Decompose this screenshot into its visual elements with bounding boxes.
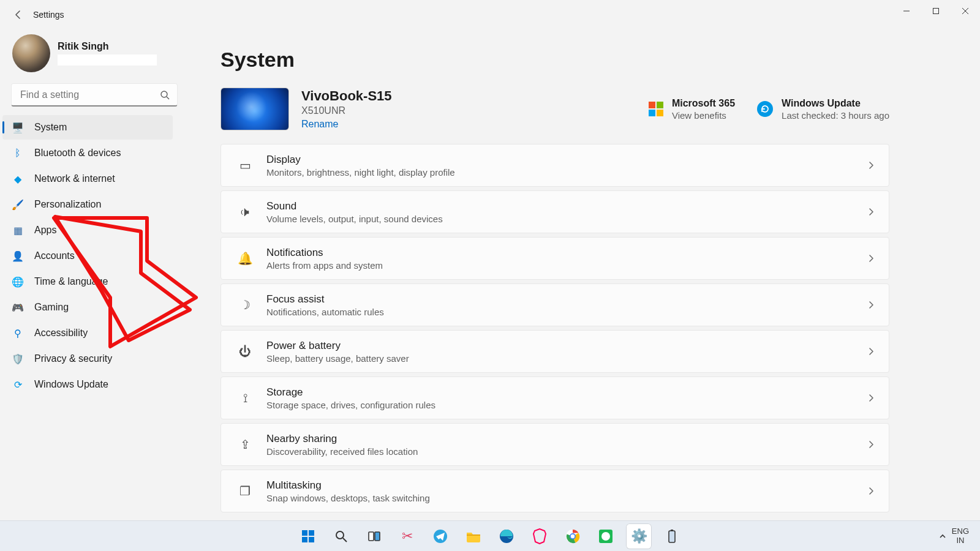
language-indicator[interactable]: ENG IN [952, 527, 969, 545]
sidebar-item-accounts[interactable]: 👤Accounts [2, 244, 173, 268]
multitask-icon: ❐ [235, 484, 255, 498]
chevron-right-icon [867, 254, 875, 263]
m365-title: Microsoft 365 [672, 98, 735, 109]
card-title: Sound [266, 200, 443, 212]
svg-point-17 [571, 534, 575, 538]
battery-app-button[interactable] [659, 523, 685, 549]
chevron-right-icon [867, 394, 875, 402]
gaming-icon: 🎮 [11, 301, 24, 314]
system-tray[interactable]: ENG IN [938, 527, 969, 545]
card-title: Display [266, 154, 455, 166]
settings-card-power-battery[interactable]: ⏻Power & batterySleep, battery usage, ba… [221, 330, 889, 373]
settings-card-multitasking[interactable]: ❐MultitaskingSnap windows, desktops, tas… [221, 470, 889, 512]
chevron-right-icon [867, 487, 875, 495]
titlebar: Settings [0, 0, 980, 29]
settings-card-list: ▭DisplayMonitors, brightness, night ligh… [221, 144, 889, 512]
snipping-tool-button[interactable]: ✂︎ [394, 523, 420, 549]
file-explorer-button[interactable] [461, 523, 486, 549]
card-title: Nearby sharing [266, 433, 418, 445]
sidebar-item-personalization[interactable]: 🖌️Personalization [2, 192, 173, 217]
settings-card-storage[interactable]: ⟟StorageStorage space, drives, configura… [221, 377, 889, 419]
update-title: Windows Update [782, 98, 889, 109]
sidebar-item-bluetooth-devices[interactable]: ᛒBluetooth & devices [2, 141, 173, 165]
spotify-button[interactable] [593, 523, 619, 549]
rename-link[interactable]: Rename [301, 119, 392, 130]
sidebar-item-time-language[interactable]: 🌐Time & language [2, 269, 173, 294]
wifi-icon: ◆ [11, 172, 24, 186]
card-title: Power & battery [266, 340, 409, 352]
chevron-right-icon [867, 161, 875, 170]
card-subtitle: Monitors, brightness, night light, displ… [266, 167, 455, 178]
start-button[interactable] [295, 523, 321, 549]
svg-point-8 [336, 531, 344, 539]
svg-rect-6 [302, 537, 307, 542]
settings-card-focus-assist[interactable]: ☽Focus assistNotifications, automatic ru… [221, 283, 889, 326]
settings-card-nearby-sharing[interactable]: ⇪Nearby sharingDiscoverability, received… [221, 423, 889, 466]
search-input[interactable] [19, 89, 160, 101]
tray-overflow-chevron-icon[interactable] [938, 532, 947, 541]
sidebar-item-network-internet[interactable]: ◆Network & internet [2, 167, 173, 191]
sidebar-item-privacy-security[interactable]: 🛡️Privacy & security [2, 347, 173, 371]
sidebar-item-label: Accounts [34, 250, 75, 261]
card-subtitle: Discoverability, received files location [266, 446, 418, 457]
settings-card-display[interactable]: ▭DisplayMonitors, brightness, night ligh… [221, 144, 889, 187]
chevron-right-icon [867, 347, 875, 356]
profile-email-redacted [58, 54, 157, 66]
maximize-button[interactable] [921, 0, 951, 22]
update-sub: Last checked: 3 hours ago [782, 110, 889, 121]
bluetooth-icon: ᛒ [11, 146, 24, 160]
brave-button[interactable] [527, 523, 552, 549]
settings-card-sound[interactable]: 🕩SoundVolume levels, output, input, soun… [221, 190, 889, 233]
sidebar-item-label: Accessibility [34, 328, 88, 339]
svg-rect-1 [933, 9, 939, 14]
sidebar-item-apps[interactable]: ▦Apps [2, 218, 173, 242]
device-name: VivoBook-S15 [301, 88, 392, 104]
sidebar-item-system[interactable]: 🖥️System [2, 115, 173, 140]
update-icon [757, 101, 773, 117]
sidebar-item-label: Network & internet [34, 173, 115, 184]
sound-icon: 🕩 [235, 205, 255, 219]
avatar [12, 34, 50, 72]
brush-icon: 🖌️ [11, 198, 24, 211]
microsoft-365-card[interactable]: Microsoft 365 View benefits [649, 98, 735, 121]
windows-update-card[interactable]: Windows Update Last checked: 3 hours ago [757, 98, 889, 121]
close-button[interactable] [951, 0, 980, 22]
taskbar-search-button[interactable] [328, 523, 354, 549]
svg-rect-7 [309, 537, 314, 542]
sidebar-item-gaming[interactable]: 🎮Gaming [2, 295, 173, 320]
svg-rect-4 [302, 530, 307, 536]
window-title: Settings [33, 10, 64, 20]
svg-line-9 [343, 538, 347, 542]
globe-icon: 🌐 [11, 275, 24, 288]
sidebar-item-label: Privacy & security [34, 353, 112, 364]
chevron-right-icon [867, 208, 875, 216]
taskbar: ✂︎ ⚙️ ENG IN [0, 520, 980, 551]
card-subtitle: Volume levels, output, input, sound devi… [266, 214, 443, 224]
edge-button[interactable] [494, 523, 519, 549]
lang-bottom: IN [952, 536, 969, 545]
laptop-icon: ▭ [235, 158, 255, 173]
settings-card-notifications[interactable]: 🔔NotificationsAlerts from apps and syste… [221, 237, 889, 280]
card-title: Multitasking [266, 479, 430, 492]
share-icon: ⇪ [235, 437, 255, 452]
search-box[interactable] [11, 83, 178, 107]
card-title: Focus assist [266, 293, 384, 305]
m365-sub: View benefits [672, 110, 735, 121]
minimize-button[interactable] [892, 0, 921, 22]
device-thumbnail[interactable] [221, 88, 289, 130]
profile-block[interactable]: Ritik Singh [11, 34, 173, 72]
sidebar-item-label: Personalization [34, 199, 101, 210]
shield-icon: 🛡️ [11, 352, 24, 365]
sidebar-item-windows-update[interactable]: ⟳Windows Update [2, 372, 173, 397]
svg-point-2 [161, 91, 167, 97]
settings-taskbar-button[interactable]: ⚙️ [626, 523, 652, 549]
back-button[interactable] [12, 10, 24, 20]
task-view-button[interactable] [361, 523, 387, 549]
telegram-button[interactable] [428, 523, 453, 549]
svg-rect-11 [375, 532, 380, 541]
card-subtitle: Sleep, battery usage, battery saver [266, 353, 409, 364]
sidebar-item-accessibility[interactable]: ⚲Accessibility [2, 321, 173, 345]
chrome-button[interactable] [560, 523, 586, 549]
person-icon: 👤 [11, 249, 24, 263]
sidebar-item-label: Apps [34, 225, 56, 236]
